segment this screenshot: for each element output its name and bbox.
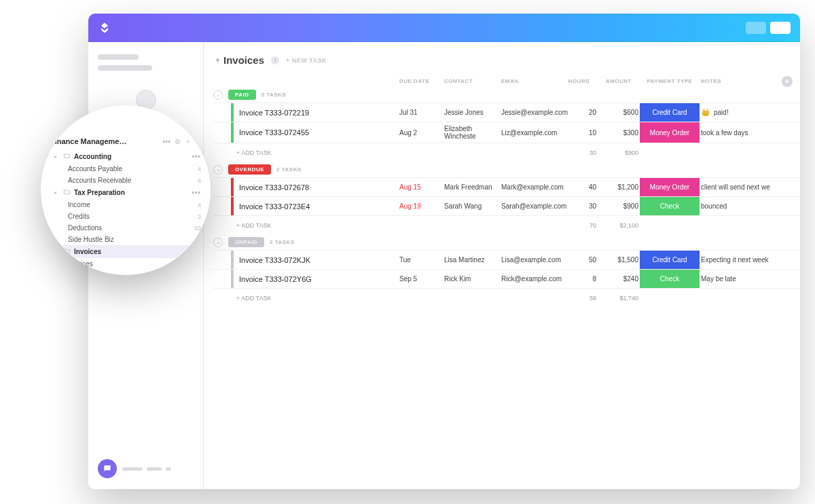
notes-cell[interactable]: Expecting it next week — [700, 251, 782, 269]
app-logo-icon — [98, 21, 111, 35]
notes-cell[interactable]: 👑paid! — [700, 103, 782, 122]
window-control-max[interactable] — [770, 22, 791, 34]
task-count: 2 TASKS — [276, 166, 302, 173]
notes-cell[interactable]: took a few days — [700, 122, 782, 143]
main-content: ▾ Invoices i + NEW TASK DUE DATE CONTACT… — [204, 42, 800, 489]
task-row[interactable]: Invoice T333-072455 Aug 2 Elizabeth Winc… — [213, 122, 800, 143]
email-cell: Rick@example.com — [500, 270, 562, 288]
collapse-icon[interactable]: ▾ — [216, 56, 219, 64]
chevron-icon: ▸ — [54, 190, 60, 196]
chevron-icon: ▸ — [54, 249, 60, 255]
sidebar-list-item[interactable]: Side Hustle Biz6 — [48, 234, 204, 245]
task-row[interactable]: Invoice T333-072678 Aug 15 Mark Freedman… — [213, 177, 800, 196]
status-badge[interactable]: UNPAID — [228, 237, 264, 247]
sidebar-folder-item[interactable]: ▸Accounting••• — [48, 150, 204, 163]
task-name[interactable]: Invoice T333-072219 — [231, 103, 398, 122]
contact-cell: Sarah Wang — [443, 197, 500, 215]
col-contact: CONTACT — [443, 75, 500, 87]
add-task-button[interactable]: + ADD TASK — [231, 143, 398, 162]
due-date-cell[interactable]: Aug 15 — [398, 178, 443, 196]
amount-cell: $1,200 — [598, 178, 640, 196]
col-payment: PAYMENT TYPE — [640, 75, 700, 87]
group-header[interactable]: ⌄ UNPAID 2 TASKS — [213, 236, 800, 250]
task-row[interactable]: Invoice T333-0723E4 Aug 19 Sarah Wang Sa… — [213, 196, 800, 215]
amount-cell: $1,500 — [598, 251, 640, 269]
plus-icon[interactable]: ＋ — [183, 137, 193, 146]
group-header[interactable]: ⌄ OVERDUE 2 TASKS — [213, 163, 800, 177]
sidebar-folder-item[interactable]: ▸Tax Preparation••• — [48, 186, 204, 199]
due-date-cell[interactable]: Sep 5 — [398, 270, 443, 288]
hours-cell: 8 — [562, 270, 598, 288]
payment-type-button[interactable]: Money Order — [640, 178, 700, 196]
more-icon[interactable]: ••• — [192, 153, 201, 160]
task-name[interactable]: Invoice T333-072KJK — [231, 251, 398, 269]
item-label: Credits — [68, 213, 194, 220]
due-date-cell[interactable]: Aug 19 — [398, 197, 443, 215]
chat-icon[interactable] — [98, 459, 117, 478]
notes-cell[interactable]: client will send next we — [700, 178, 782, 196]
item-label: Accounts Receivable — [68, 177, 194, 184]
add-column-button[interactable]: + — [782, 76, 793, 87]
space-title: Finance Manageme… — [50, 137, 160, 145]
task-name[interactable]: Invoice T333-0723E4 — [231, 197, 398, 215]
due-date-cell[interactable]: Jul 31 — [398, 103, 443, 122]
task-row[interactable]: Invoice T333-072Y6G Sep 5 Rick Kim Rick@… — [213, 269, 800, 288]
new-task-button[interactable]: + NEW TASK — [286, 57, 327, 64]
item-label: Accounting — [74, 153, 188, 160]
item-count: 4 — [198, 166, 201, 173]
item-label: Invoices — [74, 248, 188, 255]
email-cell: Lisa@example.com — [500, 251, 562, 269]
payment-type-button[interactable]: Credit Card — [640, 251, 700, 269]
payment-type-button[interactable]: Credit Card — [640, 103, 700, 122]
task-count: 2 TASKS — [270, 239, 295, 245]
task-name[interactable]: Invoice T333-072455 — [231, 122, 398, 143]
task-row[interactable]: Invoice T333-072219 Jul 31 Jessie Jones … — [213, 103, 800, 122]
item-label: Deductions — [68, 224, 191, 232]
item-label: Side Hustle Biz — [68, 236, 194, 243]
email-cell: Jessie@example.com — [500, 103, 562, 122]
due-date-cell[interactable]: Aug 2 — [398, 122, 443, 143]
notes-cell[interactable]: bounced — [700, 197, 782, 215]
window-control-min[interactable] — [746, 22, 766, 34]
status-badge[interactable]: OVERDUE — [228, 164, 271, 175]
email-cell: Mark@example.com — [500, 178, 562, 196]
more-icon[interactable]: ••• — [192, 189, 201, 196]
col-hours: HOURS — [562, 75, 598, 87]
item-count: 10 — [194, 225, 201, 232]
collapse-icon[interactable]: ⌄ — [213, 238, 223, 247]
payment-type-button[interactable]: Check — [640, 270, 700, 288]
sidebar-list-item[interactable]: Accounts Receivable6 — [48, 175, 204, 186]
payment-type-button[interactable]: Check — [640, 197, 700, 215]
hours-cell: 50 — [562, 251, 598, 269]
info-icon[interactable]: i — [271, 56, 279, 65]
contact-cell: Rick Kim — [443, 270, 500, 288]
sidebar-list-item[interactable]: Accounts Payable4 — [48, 163, 204, 175]
more-icon[interactable]: ••• — [161, 137, 172, 145]
gear-icon[interactable]: ⚙ — [173, 138, 182, 145]
group-header[interactable]: ⌄ PAID 2 TASKS — [213, 88, 800, 103]
notes-cell[interactable]: May be late — [700, 270, 782, 288]
collapse-icon[interactable]: ⌄ — [213, 90, 223, 100]
col-notes: NOTES — [700, 75, 778, 87]
amount-cell: $600 — [598, 103, 640, 122]
sidebar-zoom: Finance Manageme… ••• ⚙ ＋ ⌕ ▸Accounting•… — [41, 105, 211, 275]
space-header[interactable]: Finance Manageme… ••• ⚙ ＋ ⌕ — [48, 137, 204, 150]
amount-cell: $240 — [598, 270, 640, 288]
status-badge[interactable]: PAID — [228, 90, 256, 100]
add-task-button[interactable]: + ADD TASK — [231, 289, 398, 307]
col-amount: AMOUNT — [598, 75, 640, 87]
task-name[interactable]: Invoice T333-072678 — [231, 178, 398, 196]
sidebar-list-item[interactable]: Deductions10 — [48, 222, 204, 234]
payment-type-button[interactable]: Money Order — [640, 122, 700, 143]
task-name[interactable]: Invoice T333-072Y6G — [231, 270, 398, 288]
due-date-cell[interactable]: Tue — [398, 251, 443, 269]
task-row[interactable]: Invoice T333-072KJK Tue Lisa Martinez Li… — [213, 250, 800, 269]
hours-cell: 10 — [562, 122, 598, 143]
task-count: 2 TASKS — [261, 92, 287, 98]
sidebar-list-item[interactable]: Credits3 — [48, 211, 204, 222]
amount-cell: $300 — [598, 122, 640, 143]
window-controls — [746, 22, 791, 34]
collapse-icon[interactable]: ⌄ — [213, 165, 223, 175]
add-task-button[interactable]: + ADD TASK — [231, 216, 398, 234]
sidebar-list-item[interactable]: Income4 — [48, 199, 204, 211]
